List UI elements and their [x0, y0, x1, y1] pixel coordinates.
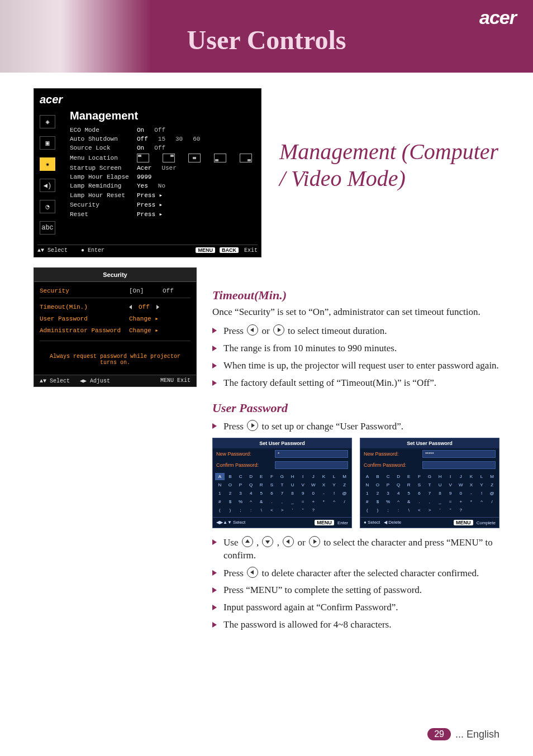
kbd-key[interactable]: :	[394, 506, 403, 514]
kbd-key[interactable]: !	[330, 490, 339, 497]
kbd-key[interactable]: P	[383, 481, 393, 489]
kbd-key[interactable]: D	[394, 473, 403, 480]
kbd-confirm-field-b[interactable]	[422, 461, 496, 469]
kbd-key[interactable]: Z	[487, 481, 497, 489]
kbd-keys-b[interactable]: ABCDEFGHIJKLMNOPQRSTUVWXYZ1234567890-!@#…	[360, 471, 499, 517]
kbd-key[interactable]: O	[373, 481, 383, 489]
kbd-key[interactable]: M	[487, 473, 497, 480]
kbd-key[interactable]: &	[256, 498, 266, 505]
kbd-key[interactable]: 0	[308, 490, 318, 497]
kbd-key[interactable]: S	[267, 481, 277, 489]
kbd-key[interactable]: Y	[330, 481, 339, 489]
kbd-key[interactable]: =	[446, 498, 455, 505]
kbd-key[interactable]: +	[456, 498, 465, 505]
kbd-confirm-field-a[interactable]	[275, 461, 348, 469]
right-arrow-icon[interactable]	[156, 305, 159, 309]
kbd-key[interactable]: 4	[394, 490, 403, 497]
kbd-key[interactable]: $	[226, 498, 235, 505]
kbd-key[interactable]	[467, 506, 476, 514]
kbd-key[interactable]: U	[435, 481, 445, 489]
kbd-key[interactable]: ;	[236, 506, 245, 514]
osd-icon-language[interactable]: abc	[40, 221, 55, 235]
kbd-key[interactable]	[330, 506, 339, 514]
kbd-key[interactable]: ^	[394, 498, 403, 505]
kbd-key[interactable]: A	[215, 473, 225, 480]
kbd-key[interactable]: ^	[246, 498, 256, 505]
kbd-key[interactable]: \	[404, 506, 413, 514]
kbd-key[interactable]: *	[467, 498, 476, 505]
kbd-key[interactable]	[319, 506, 329, 514]
kbd-key[interactable]: ,	[425, 498, 435, 505]
kbd-key[interactable]: /	[340, 498, 349, 505]
kbd-key[interactable]: R	[404, 481, 413, 489]
kbd-key[interactable]: _	[288, 498, 297, 505]
kbd-key[interactable]: 5	[404, 490, 413, 497]
kbd-key[interactable]: 4	[246, 490, 256, 497]
kbd-key[interactable]	[487, 506, 497, 514]
kbd-key[interactable]: '	[288, 506, 297, 514]
kbd-key[interactable]: $	[373, 498, 383, 505]
kbd-key[interactable]: /	[487, 498, 497, 505]
kbd-key[interactable]: N	[363, 481, 372, 489]
kbd-key[interactable]: ,	[278, 498, 287, 505]
kbd-key[interactable]: "	[446, 506, 455, 514]
kbd-key[interactable]: Y	[477, 481, 487, 489]
kbd-key[interactable]: ?	[456, 506, 465, 514]
kbd-key[interactable]: !	[477, 490, 487, 497]
kbd-key[interactable]: V	[298, 481, 308, 489]
kbd-key[interactable]: 8	[288, 490, 297, 497]
kbd-key[interactable]: X	[467, 481, 476, 489]
kbd-key[interactable]: &	[404, 498, 413, 505]
kbd-new-field-a[interactable]: *	[275, 450, 348, 458]
left-arrow-icon[interactable]	[129, 305, 132, 309]
osd-icon-audio[interactable]: ◀)	[40, 179, 55, 192]
kbd-key[interactable]: (	[215, 506, 225, 514]
kbd-key[interactable]: 8	[435, 490, 445, 497]
kbd-key[interactable]: T	[278, 481, 287, 489]
kbd-key[interactable]: 6	[267, 490, 277, 497]
kbd-key[interactable]: J	[456, 473, 465, 480]
kbd-key[interactable]: G	[278, 473, 287, 480]
kbd-key[interactable]: C	[383, 473, 393, 480]
kbd-key[interactable]: B	[373, 473, 383, 480]
kbd-key[interactable]: V	[446, 481, 455, 489]
kbd-key[interactable]: +	[308, 498, 318, 505]
kbd-key[interactable]: 1	[215, 490, 225, 497]
kbd-key[interactable]: )	[226, 506, 235, 514]
kbd-key[interactable]: F	[415, 473, 424, 480]
kbd-key[interactable]: Q	[246, 481, 256, 489]
kbd-key[interactable]: P	[236, 481, 245, 489]
kbd-key[interactable]: '	[435, 506, 445, 514]
kbd-key[interactable]: 5	[256, 490, 266, 497]
kbd-key[interactable]: K	[319, 473, 329, 480]
kbd-keys-a[interactable]: ABCDEFGHIJKLMNOPQRSTUVWXYZ1234567890-!@#…	[213, 471, 351, 517]
kbd-key[interactable]: =	[298, 498, 308, 505]
kbd-key[interactable]: E	[256, 473, 266, 480]
kbd-key[interactable]: O	[226, 481, 235, 489]
osd-icon-management[interactable]: ✷	[40, 157, 55, 171]
kbd-key[interactable]: %	[383, 498, 393, 505]
kbd-key[interactable]: D	[246, 473, 256, 480]
kbd-key[interactable]: #	[363, 498, 372, 505]
kbd-key[interactable]: <	[267, 506, 277, 514]
kbd-key[interactable]: @	[340, 490, 349, 497]
kbd-key[interactable]: L	[330, 473, 339, 480]
kbd-key[interactable]: ?	[308, 506, 318, 514]
kbd-key[interactable]: X	[319, 481, 329, 489]
osd-icon-picture[interactable]: ▣	[40, 136, 55, 150]
kbd-key[interactable]: A	[363, 473, 372, 480]
kbd-key[interactable]: ^	[477, 498, 487, 505]
kbd-key[interactable]: )	[373, 506, 383, 514]
kbd-key[interactable]: N	[215, 481, 225, 489]
kbd-key[interactable]: B	[226, 473, 235, 480]
osd-icon-timer[interactable]: ◔	[40, 200, 55, 213]
kbd-key[interactable]: 9	[298, 490, 308, 497]
kbd-key[interactable]: I	[446, 473, 455, 480]
kbd-key[interactable]: -	[467, 490, 476, 497]
kbd-key[interactable]: %	[236, 498, 245, 505]
kbd-key[interactable]: 3	[236, 490, 245, 497]
kbd-new-field-b[interactable]: *****	[422, 450, 496, 458]
kbd-key[interactable]: K	[467, 473, 476, 480]
kbd-key[interactable]: 6	[415, 490, 424, 497]
kbd-key[interactable]: \	[256, 506, 266, 514]
